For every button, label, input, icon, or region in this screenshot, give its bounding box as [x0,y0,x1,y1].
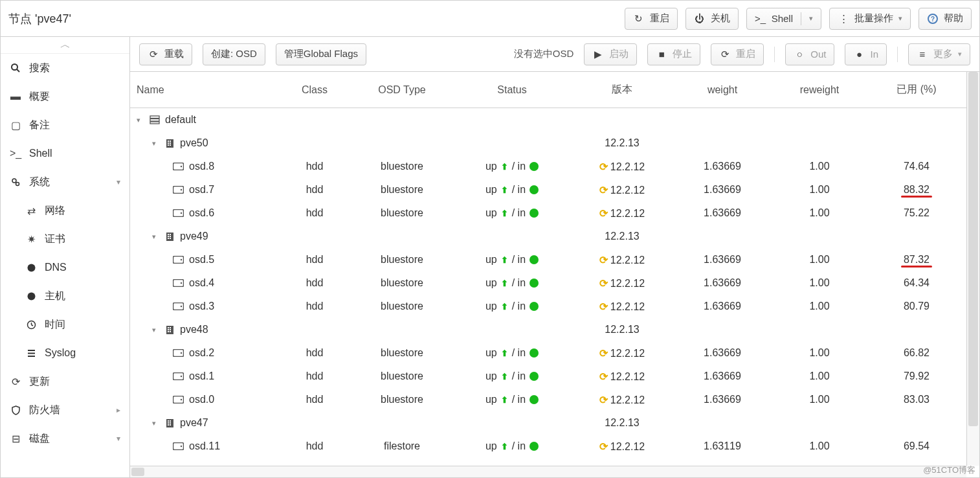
svg-point-25 [181,166,182,167]
stop-button[interactable]: ■ 停止 [647,43,700,65]
sidebar-item-update[interactable]: ⟳ 更新 [1,367,129,396]
osd-used: 64.34 [868,277,965,289]
svg-point-51 [181,352,182,354]
chevron-down-icon[interactable]: ▾ [137,116,144,124]
osd-name: osd.2 [189,347,214,359]
tree-osd[interactable]: osd.8hddbluestoreup ⬆ / in ⟳12.2.121.636… [130,155,979,178]
start-button[interactable]: ▶ 启动 [584,43,637,65]
hdd-icon [173,372,184,380]
tree-osd[interactable]: osd.7hddbluestoreup ⬆ / in ⟳12.2.121.636… [130,178,979,201]
reload-button[interactable]: ⟳ 重载 [139,43,192,65]
sidebar-item-system[interactable]: 系统 ▾ [1,168,129,196]
help-icon: ? [927,14,939,24]
manage-flags-button[interactable]: 管理Global Flags [276,43,366,65]
sidebar-item-network[interactable]: ⇄ 网络 [1,196,129,225]
sidebar-item-host[interactable]: 主机 [1,282,129,310]
scroll-thumb[interactable] [968,72,978,426]
osd-version: ⟳12.2.12 [570,440,674,453]
tree-osd[interactable]: osd.1hddbluestoreup ⬆ / in ⟳12.2.121.636… [130,365,979,388]
tree-host[interactable]: ▾pve5012.2.13 [130,131,979,155]
tree-osd[interactable]: osd.3hddbluestoreup ⬆ / in ⟳12.2.121.636… [130,295,979,318]
hdd-icon [173,209,184,217]
col-weight[interactable]: weight [674,84,771,96]
osd-weight: 1.63669 [674,347,771,359]
sidebar-item-dns[interactable]: DNS [1,253,129,282]
tree-root[interactable]: ▾default [130,108,979,131]
sidebar-item-time[interactable]: 时间 [1,310,129,339]
tree-osd[interactable]: osd.0hddbluestoreup ⬆ / in ⟳12.2.121.636… [130,388,979,411]
osd-reweight: 1.00 [771,207,868,219]
sidebar-item-notes[interactable]: ▢ 备注 [1,111,129,139]
gears-icon [10,177,21,187]
more-button[interactable]: ≡ 更多 ▾ [908,43,970,65]
svg-point-4 [12,179,16,183]
svg-rect-16 [150,122,159,124]
sidebar-collapse[interactable]: ︿ [1,37,129,54]
sidebar-item-disk[interactable]: ⊟ 磁盘 ▾ [1,424,129,453]
horizontal-scrollbar[interactable] [130,466,966,477]
shell-label: Shell [772,13,793,24]
restart-osd-button[interactable]: ⟳ 重启 [711,43,764,65]
hdd-icon [173,256,184,264]
scroll-thumb[interactable] [131,468,144,476]
tree-host[interactable]: ▾pve4712.2.13 [130,411,979,435]
col-name[interactable]: Name [130,84,279,96]
osd-status: up ⬆ / in [454,207,570,219]
osd-class: hdd [279,161,350,172]
chevron-down-icon[interactable]: ▾ [152,326,160,334]
svg-rect-60 [170,422,171,424]
out-button[interactable]: ○ Out [785,43,834,65]
col-status[interactable]: Status [454,84,570,96]
col-osd-type[interactable]: OSD Type [350,84,454,96]
host-label: pve47 [180,417,208,429]
svg-rect-47 [170,329,171,330]
svg-point-40 [181,282,182,284]
col-class[interactable]: Class [279,84,350,96]
sidebar-item-certs[interactable]: ✷ 证书 [1,225,129,253]
col-version[interactable]: 版本 [570,83,674,97]
arrow-up-icon: ⬆ [501,162,508,172]
tree-osd[interactable]: osd.4hddbluestoreup ⬆ / in ⟳12.2.121.636… [130,271,979,295]
create-osd-button[interactable]: 创建: OSD [203,43,265,65]
building-icon [165,139,175,148]
status-dot-icon [529,348,539,358]
osd-reweight: 1.00 [771,184,868,196]
chevron-down-icon: ▾ [117,177,120,187]
chevron-down-icon[interactable]: ▾ [152,139,160,148]
undo-icon: ↻ [633,13,645,25]
in-button[interactable]: ● In [845,43,887,65]
col-used[interactable]: 已用 (%) [868,83,965,97]
tree-osd[interactable]: osd.5hddbluestoreup ⬆ / in ⟳12.2.121.636… [130,248,979,271]
tree-osd[interactable]: osd.11hddfilestoreup ⬆ / in ⟳12.2.121.63… [130,435,979,458]
sidebar-item-shell[interactable]: >_ Shell [1,139,129,168]
shutdown-button[interactable]: ⏻ 关机 [685,8,739,30]
svg-rect-44 [168,327,169,328]
chevron-down-icon[interactable]: ▾ [152,419,160,427]
help-button[interactable]: ? 帮助 [919,8,972,30]
tree-osd[interactable]: osd.6hddbluestoreup ⬆ / in ⟳12.2.121.636… [130,201,979,225]
sidebar-item-summary[interactable]: ▬ 概要 [1,82,129,111]
osd-name: osd.0 [189,394,214,405]
col-reweight[interactable]: reweight [771,84,868,96]
shell-button[interactable]: >_ Shell ▾ [746,8,821,30]
restart-button[interactable]: ↻ 重启 [625,8,678,30]
hdd-icon: ⊟ [10,433,21,445]
sidebar-item-search[interactable]: 搜索 [1,54,129,82]
shield-icon [10,405,21,415]
vertical-scrollbar[interactable] [966,72,979,466]
tree-host[interactable]: ▾pve4812.2.13 [130,318,979,341]
status-dot-icon [529,255,539,264]
sidebar-item-syslog[interactable]: Syslog [1,339,129,367]
bulk-button[interactable]: ⋮ 批量操作 ▾ [829,8,911,30]
osd-status: up ⬆ / in [454,184,570,196]
osd-name: osd.1 [189,370,214,382]
tree-osd[interactable]: osd.2hddbluestoreup ⬆ / in ⟳12.2.121.636… [130,341,979,365]
stop-icon: ■ [656,49,667,60]
tree-host[interactable]: ▾pve4912.2.13 [130,225,979,248]
sidebar-item-firewall[interactable]: 防火墙 ▸ [1,396,129,424]
svg-rect-18 [168,141,169,142]
building-icon [165,325,175,335]
svg-point-6 [27,264,35,271]
osd-name: osd.11 [189,440,220,452]
chevron-down-icon[interactable]: ▾ [152,233,160,241]
